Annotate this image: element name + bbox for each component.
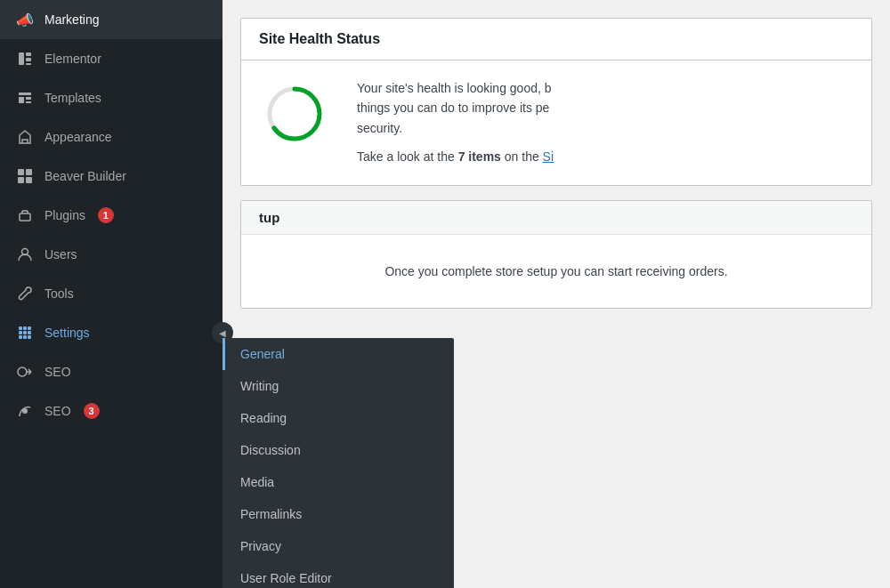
sidebar-item-seo2[interactable]: SEO 3 bbox=[0, 391, 222, 431]
site-health-title: Site Health Status bbox=[241, 19, 871, 60]
store-setup-body: Once you complete store setup you can st… bbox=[241, 235, 871, 308]
sidebar-label-marketing: Marketing bbox=[44, 12, 99, 27]
sidebar-item-beaver-builder[interactable]: Beaver Builder bbox=[0, 157, 222, 196]
settings-dropdown: General Writing Reading Discussion Media… bbox=[222, 338, 454, 588]
plugins-badge: 1 bbox=[98, 207, 114, 223]
tools-icon bbox=[14, 283, 36, 304]
dropdown-item-reading[interactable]: Reading bbox=[222, 402, 454, 434]
sidebar-label-appearance: Appearance bbox=[44, 130, 112, 144]
sidebar-item-plugins[interactable]: Plugins 1 bbox=[0, 196, 222, 235]
svg-rect-5 bbox=[26, 169, 32, 175]
sidebar-label-plugins: Plugins bbox=[44, 208, 85, 222]
svg-rect-10 bbox=[19, 326, 22, 330]
seo2-badge: 3 bbox=[84, 403, 100, 419]
sidebar-item-users[interactable]: Users bbox=[0, 235, 222, 274]
svg-rect-12 bbox=[28, 326, 31, 330]
svg-rect-0 bbox=[19, 52, 24, 65]
svg-rect-4 bbox=[18, 169, 24, 175]
plugins-icon bbox=[14, 205, 36, 226]
svg-rect-3 bbox=[26, 63, 31, 65]
svg-point-19 bbox=[18, 367, 27, 376]
users-icon bbox=[14, 244, 36, 265]
sidebar-label-elementor: Elementor bbox=[44, 52, 101, 66]
sidebar-item-elementor[interactable]: Elementor bbox=[0, 39, 222, 78]
dropdown-item-user-role-editor[interactable]: User Role Editor bbox=[222, 562, 454, 588]
sidebar-label-templates: Templates bbox=[44, 91, 101, 105]
sidebar-label-tools: Tools bbox=[44, 286, 74, 301]
sidebar: 📣 Marketing Elementor Templates Appearan… bbox=[0, 0, 222, 588]
dropdown-item-writing[interactable]: Writing bbox=[222, 370, 454, 402]
appearance-icon bbox=[14, 126, 36, 148]
svg-rect-18 bbox=[28, 335, 31, 339]
svg-rect-16 bbox=[19, 335, 22, 339]
elementor-icon bbox=[14, 48, 36, 69]
megaphone-icon: 📣 bbox=[14, 9, 36, 30]
dropdown-item-privacy[interactable]: Privacy bbox=[222, 530, 454, 562]
sidebar-item-seo[interactable]: SEO bbox=[0, 352, 222, 391]
sidebar-item-tools[interactable]: Tools bbox=[0, 274, 222, 313]
site-health-card: Site Health Status Your site's health is… bbox=[240, 18, 872, 186]
svg-rect-7 bbox=[26, 177, 32, 183]
health-circle bbox=[259, 78, 330, 149]
sidebar-label-settings: Settings bbox=[44, 326, 90, 340]
svg-rect-6 bbox=[18, 177, 24, 183]
store-setup-card: tup Once you complete store setup you ca… bbox=[240, 200, 872, 309]
dropdown-item-discussion[interactable]: Discussion bbox=[222, 434, 454, 466]
sidebar-item-settings[interactable]: Settings ◀ bbox=[0, 313, 222, 352]
sidebar-label-beaver-builder: Beaver Builder bbox=[44, 169, 126, 183]
dropdown-item-permalinks[interactable]: Permalinks bbox=[222, 498, 454, 530]
store-setup-title: tup bbox=[241, 201, 871, 235]
sidebar-label-seo2: SEO bbox=[44, 404, 71, 418]
dropdown-item-general[interactable]: General bbox=[222, 338, 454, 370]
svg-rect-8 bbox=[20, 213, 30, 221]
sidebar-label-seo: SEO bbox=[44, 365, 71, 379]
seo-icon bbox=[14, 361, 36, 383]
dropdown-item-media[interactable]: Media bbox=[222, 466, 454, 498]
settings-icon bbox=[14, 322, 36, 343]
svg-rect-17 bbox=[23, 335, 27, 339]
svg-rect-2 bbox=[26, 58, 31, 61]
sidebar-item-marketing[interactable]: 📣 Marketing bbox=[0, 0, 222, 39]
svg-rect-11 bbox=[23, 326, 27, 330]
svg-rect-13 bbox=[19, 331, 22, 334]
seo2-icon bbox=[14, 400, 36, 422]
svg-rect-14 bbox=[23, 331, 27, 334]
svg-rect-15 bbox=[28, 331, 31, 334]
site-health-link[interactable]: Si bbox=[543, 149, 554, 164]
templates-icon bbox=[14, 87, 36, 109]
svg-rect-1 bbox=[26, 52, 31, 56]
sidebar-item-appearance[interactable]: Appearance bbox=[0, 117, 222, 157]
svg-point-23 bbox=[22, 408, 28, 414]
sidebar-label-users: Users bbox=[44, 247, 77, 262]
beaver-builder-icon bbox=[14, 165, 36, 187]
sidebar-item-templates[interactable]: Templates bbox=[0, 78, 222, 117]
health-description: Your site's health is looking good, bthi… bbox=[357, 78, 554, 167]
site-health-body: Your site's health is looking good, bthi… bbox=[241, 60, 871, 185]
